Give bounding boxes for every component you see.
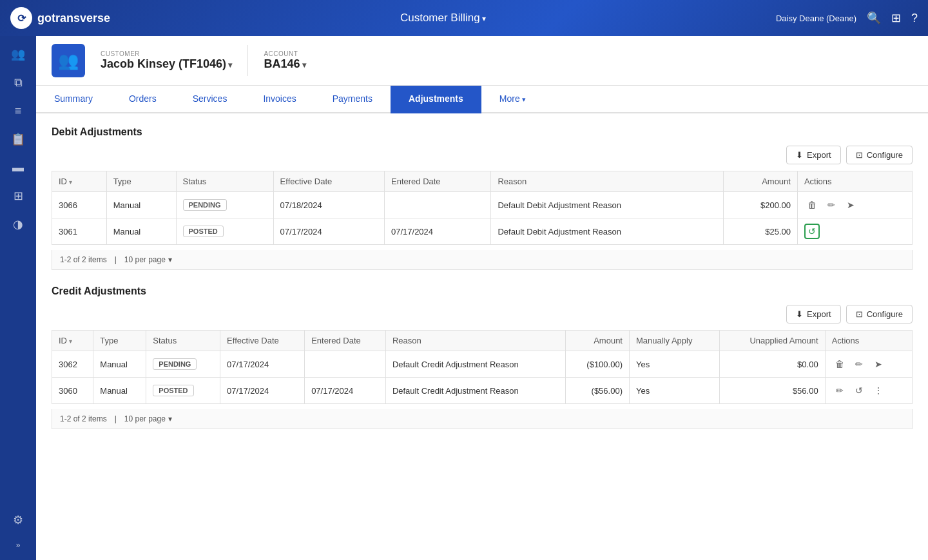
- table-row: 3061 Manual POSTED 07/17/2024 07/17/2024…: [52, 218, 913, 245]
- status-badge-posted: POSTED: [183, 226, 224, 237]
- customer-header: 👥 CUSTOMER Jacob Kinsey (TF1046) ACCOUNT…: [36, 36, 928, 86]
- debit-row1-type: Manual: [106, 192, 176, 218]
- tab-adjustments[interactable]: Adjustments: [391, 86, 481, 113]
- credit-col-manually-apply: Manually Apply: [629, 331, 719, 351]
- credit-col-reason: Reason: [385, 331, 565, 351]
- debit-section-title: Debit Adjustments: [52, 126, 913, 138]
- sidebar-item-chart[interactable]: ⊞: [5, 183, 31, 209]
- credit-row2-edit-icon[interactable]: ✏: [832, 383, 847, 398]
- debit-row2-id: 3061: [52, 218, 107, 245]
- download-icon-credit: ⬇: [796, 309, 803, 319]
- credit-per-page-chevron: ▾: [168, 414, 172, 423]
- delete-icon[interactable]: 🗑: [804, 197, 820, 213]
- credit-col-actions: Actions: [825, 331, 912, 351]
- credit-pagination: 1-2 of 2 items | 10 per page ▾: [52, 409, 913, 429]
- sidebar-item-copy[interactable]: ⧉: [5, 70, 31, 95]
- col-amount: Amount: [723, 171, 797, 192]
- tab-invoices[interactable]: Invoices: [245, 86, 314, 113]
- credit-delete-icon[interactable]: 🗑: [832, 356, 847, 372]
- credit-per-page[interactable]: 10 per page ▾: [124, 414, 175, 423]
- debit-configure-label: Configure: [867, 150, 903, 160]
- credit-row1-actions: 🗑 ✏ ➤: [825, 351, 912, 378]
- credit-pagination-divider: |: [115, 414, 117, 423]
- search-icon[interactable]: 🔍: [867, 11, 881, 25]
- debit-configure-button[interactable]: ⊡ Configure: [846, 146, 913, 164]
- debit-per-page-label: 10 per page: [124, 255, 166, 264]
- tab-services[interactable]: Services: [175, 86, 246, 113]
- debit-action-bar: ⬇ Export ⊡ Configure: [52, 146, 913, 164]
- credit-col-amount: Amount: [566, 331, 630, 351]
- debit-row2-actions: ↺: [797, 218, 912, 245]
- credit-row2-effective-date: 07/17/2024: [220, 378, 305, 404]
- action-icons-row1: 🗑 ✏ ➤: [804, 197, 905, 213]
- debit-per-page[interactable]: 10 per page ▾: [124, 255, 175, 264]
- customer-account-divider: [247, 45, 248, 76]
- credit-row1-amount: ($100.00): [566, 351, 630, 378]
- tab-orders[interactable]: Orders: [111, 86, 175, 113]
- sidebar-expand-button[interactable]: »: [5, 536, 31, 555]
- account-info: ACCOUNT BA146: [264, 50, 305, 71]
- avatar-icon: 👥: [58, 51, 79, 71]
- credit-row1-type: Manual: [93, 351, 146, 378]
- debit-row1-entered-date: [384, 192, 490, 218]
- credit-row2-more-icon[interactable]: ⋮: [871, 383, 886, 398]
- credit-col-type: Type: [93, 331, 146, 351]
- credit-send-icon[interactable]: ➤: [871, 356, 886, 372]
- apps-icon[interactable]: ⊞: [891, 11, 901, 25]
- logo-area[interactable]: ⟳ gotransverse: [10, 7, 110, 29]
- tab-more[interactable]: More: [481, 86, 544, 113]
- credit-configure-button[interactable]: ⊡ Configure: [846, 305, 913, 323]
- credit-action-bar: ⬇ Export ⊡ Configure: [52, 305, 913, 323]
- sidebar-item-document[interactable]: 📋: [5, 126, 31, 152]
- credit-per-page-label: 10 per page: [124, 414, 166, 423]
- debit-row1-actions: 🗑 ✏ ➤: [797, 192, 912, 218]
- sidebar-item-settings[interactable]: ⚙: [5, 507, 31, 533]
- col-reason: Reason: [491, 171, 723, 192]
- reverse-icon[interactable]: ↺: [804, 224, 820, 239]
- credit-row2-reverse-icon[interactable]: ↺: [851, 383, 867, 398]
- credit-row2-reason: Default Credit Adjustment Reason: [385, 378, 565, 404]
- credit-pagination-count: 1-2 of 2 items: [60, 414, 107, 423]
- credit-col-entered-date: Entered Date: [305, 331, 386, 351]
- col-effective-date: Effective Date: [273, 171, 384, 192]
- debit-export-button[interactable]: ⬇ Export: [786, 146, 841, 164]
- top-navigation: ⟳ gotransverse Customer Billing Daisy De…: [0, 0, 928, 36]
- per-page-chevron: ▾: [168, 255, 172, 264]
- sidebar-item-palette[interactable]: ◑: [5, 211, 31, 237]
- customer-info: CUSTOMER Jacob Kinsey (TF1046): [101, 50, 232, 71]
- credit-row1-entered-date: [305, 351, 386, 378]
- tab-summary[interactable]: Summary: [36, 86, 111, 113]
- sidebar-item-users[interactable]: 👥: [5, 41, 31, 67]
- credit-section-title: Credit Adjustments: [52, 285, 913, 297]
- customer-name[interactable]: Jacob Kinsey (TF1046): [101, 57, 232, 71]
- account-name[interactable]: BA146: [264, 57, 305, 71]
- nav-right: Daisy Deane (Deane) 🔍 ⊞ ?: [776, 11, 918, 25]
- col-entered-date: Entered Date: [384, 171, 490, 192]
- debit-row2-amount: $25.00: [723, 218, 797, 245]
- nav-center: Customer Billing: [110, 12, 776, 24]
- action-icons-row2: ↺: [804, 224, 905, 239]
- edit-icon[interactable]: ✏: [824, 197, 839, 213]
- credit-row2-amount: ($56.00): [566, 378, 630, 404]
- nav-title[interactable]: Customer Billing: [400, 12, 486, 24]
- send-icon[interactable]: ➤: [843, 197, 858, 213]
- page-content: Debit Adjustments ⬇ Export ⊡ Configure I…: [36, 113, 928, 560]
- debit-adjustments-section: Debit Adjustments ⬇ Export ⊡ Configure I…: [52, 126, 913, 270]
- customer-avatar: 👥: [52, 44, 85, 77]
- debit-row1-reason: Default Debit Adjustment Reason: [491, 192, 723, 218]
- tab-payments[interactable]: Payments: [314, 86, 391, 113]
- credit-col-id[interactable]: ID: [52, 331, 93, 351]
- sidebar-item-card[interactable]: ▬: [5, 155, 31, 180]
- sidebar-item-list[interactable]: ≡: [5, 98, 31, 124]
- help-icon[interactable]: ?: [911, 12, 918, 25]
- credit-export-button[interactable]: ⬇ Export: [786, 305, 841, 323]
- debit-row2-effective-date: 07/17/2024: [273, 218, 384, 245]
- user-menu[interactable]: Daisy Deane (Deane): [776, 14, 856, 23]
- credit-row2-status: POSTED: [146, 378, 220, 404]
- credit-adjustments-table: ID Type Status Effective Date Entered Da…: [52, 330, 913, 404]
- table-row: 3062 Manual PENDING 07/17/2024 Default C…: [52, 351, 913, 378]
- col-id[interactable]: ID: [52, 171, 107, 192]
- credit-row2-type: Manual: [93, 378, 146, 404]
- credit-row1-unapplied-amount: $0.00: [719, 351, 825, 378]
- credit-edit-icon[interactable]: ✏: [851, 356, 867, 372]
